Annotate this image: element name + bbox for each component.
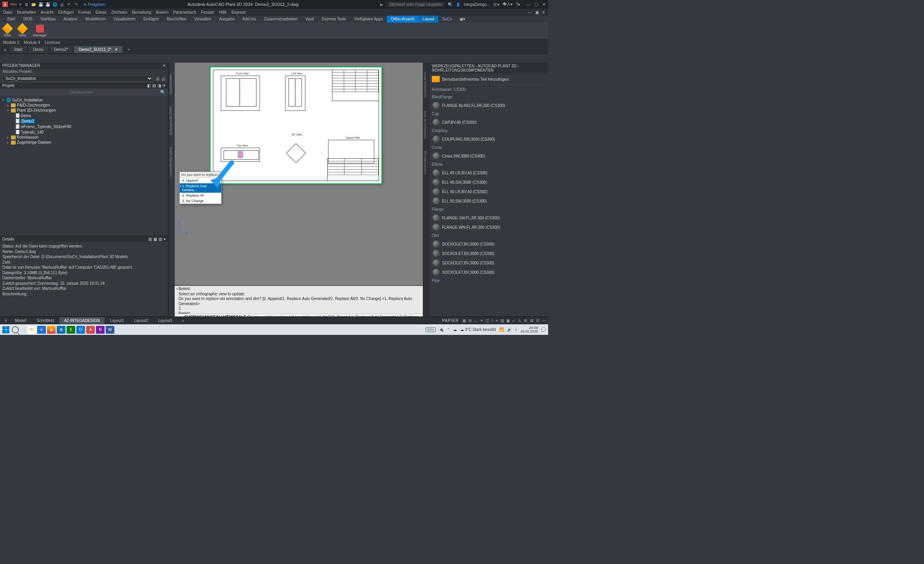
tray-bluetooth-icon[interactable]: ᚼ: [515, 327, 517, 332]
user-name[interactable]: IntegaDesign...: [464, 2, 490, 7]
tab-zusammen[interactable]: Zusammenarbeiten: [260, 16, 301, 23]
qat-plot-icon[interactable]: 🖨: [59, 2, 65, 7]
vtab-orthodwg[interactable]: Orthogonale DWG: [169, 106, 174, 135]
command-history[interactable]: Befehl: Select an orthographic view to u…: [175, 286, 423, 314]
details-view2-icon[interactable]: ▦: [153, 237, 157, 241]
status-grid-icon[interactable]: ▦: [462, 318, 466, 323]
tray-volume-icon[interactable]: 🔊: [507, 327, 512, 332]
battery-indicator[interactable]: 93%: [426, 327, 436, 332]
layout-schriftfeld[interactable]: Schriftfeld: [32, 317, 58, 324]
tab-ausgabe[interactable]: Ausgabe: [215, 16, 238, 23]
status-snap-icon[interactable]: ⊞: [468, 318, 471, 323]
view-top[interactable]: Top View: [221, 144, 264, 162]
qat-saveas-icon[interactable]: 💾: [45, 2, 51, 7]
title-chevron-icon[interactable]: ▶: [380, 2, 383, 7]
help-search[interactable]: Stichwort oder Frage eingeben: [386, 2, 445, 7]
palette-item[interactable]: FLANGE BLIND,FL,RF,300 (CS300): [431, 101, 547, 110]
menu-zeichnen[interactable]: Zeichnen: [111, 10, 127, 14]
tab-ortho[interactable]: Ortho-Ansicht: [387, 16, 419, 23]
menu-hilfe[interactable]: Hilfe: [219, 10, 227, 14]
maximize-button[interactable]: ▢: [534, 2, 538, 7]
popup-option-replace-all[interactable]: 2. Replace All: [180, 193, 221, 198]
autodesk-icon[interactable]: �人▾: [503, 2, 513, 7]
qat-web-icon[interactable]: 🌐: [52, 2, 58, 7]
ribbon-manager[interactable]: Manager: [33, 24, 47, 37]
vtab-quelldateien[interactable]: Quelldateien: [169, 74, 174, 94]
ribbon-sikla-1[interactable]: Sikla: [3, 24, 12, 37]
layout-3[interactable]: Layout3: [153, 317, 177, 324]
menu-datei[interactable]: Datei: [3, 10, 12, 14]
pm-tool3-icon[interactable]: ◨: [157, 83, 161, 88]
pin-edge[interactable]: e: [37, 326, 46, 334]
palette-item[interactable]: FLANGE WN,FL,RF,300 (CS300): [431, 222, 547, 232]
status-3dosnap-icon[interactable]: ◊: [491, 318, 493, 323]
details-view1-icon[interactable]: ▤: [148, 237, 152, 241]
user-icon[interactable]: 👤: [456, 2, 460, 7]
tree-plant3d[interactable]: Plant 3D-Zeichnungen: [17, 108, 56, 112]
pin-app1[interactable]: ⊞: [57, 326, 65, 334]
tab-layout[interactable]: Layout: [419, 16, 438, 23]
pin-word[interactable]: W: [106, 326, 114, 334]
help-icon[interactable]: ?▾: [516, 2, 520, 7]
status-osnap-icon[interactable]: ◫: [485, 318, 489, 323]
qat-open-icon[interactable]: 📂: [31, 2, 36, 7]
pm-project-select[interactable]: SuCri_Installation: [2, 75, 153, 82]
tree-demo[interactable]: Demo: [21, 114, 31, 118]
tree-rohrklassen[interactable]: Rohrklassen: [17, 135, 39, 139]
menu-extras[interactable]: Extras: [96, 10, 106, 14]
palette-item[interactable]: CAP,BV,40 (CS300): [431, 118, 547, 127]
doctab-demo[interactable]: Demo: [28, 46, 49, 53]
details-chevron-icon[interactable]: ▾: [164, 237, 166, 241]
menu-aendern[interactable]: Ändern: [156, 10, 168, 14]
pm-search-input[interactable]: [2, 90, 160, 95]
palette-item[interactable]: ELL 45 LR,BV,40 (CS300): [431, 168, 547, 177]
tab-isos[interactable]: ISOS: [19, 16, 36, 23]
cart-icon[interactable]: 🛒▾: [493, 2, 500, 7]
pm-close-icon[interactable]: ✕: [162, 63, 166, 68]
qat-save-icon[interactable]: 💾: [38, 2, 43, 7]
tree-zugehoerig[interactable]: Zugehörige Dateien: [17, 140, 51, 145]
module-licences[interactable]: Licences: [45, 40, 60, 45]
tab-analyse[interactable]: Analyse: [60, 16, 82, 23]
vtab-isodwg[interactable]: Isometrische DWG: [169, 147, 174, 177]
doc-close-icon[interactable]: ✕: [542, 10, 545, 14]
status-monitor-icon[interactable]: 🖥: [530, 318, 534, 323]
cmd-close-icon[interactable]: ✕: [175, 287, 179, 291]
pm-tool2-icon[interactable]: ▤: [152, 83, 156, 88]
qat-redo-icon[interactable]: ↷: [73, 2, 79, 7]
qat-undo-icon[interactable]: ↶: [66, 2, 72, 7]
menu-parametrisch[interactable]: Parametrisch: [173, 10, 196, 14]
status-lwt-icon[interactable]: ≡: [496, 318, 498, 323]
pm-tree[interactable]: ▾🌐SuCri_Installation ▸P&ID-Zeichnungen ▾…: [0, 96, 168, 236]
pm-print2-icon[interactable]: 🖨: [161, 76, 166, 81]
palette-item[interactable]: SOCKOLET,BV,3000 (CS300): [431, 239, 547, 249]
tab-addins[interactable]: Add-Ins: [238, 16, 260, 23]
layout-2[interactable]: Layout2: [130, 317, 153, 324]
tray-power-icon[interactable]: 🔌: [439, 327, 444, 332]
weather-widget[interactable]: ☁ 3°C Stark bewölkt: [460, 327, 496, 332]
close-button[interactable]: ✕: [542, 2, 546, 7]
details-view3-icon[interactable]: ▥: [159, 237, 162, 241]
status-transparency-icon[interactable]: ▨: [500, 318, 504, 323]
status-qp-icon[interactable]: ▣: [506, 318, 510, 323]
tab-express[interactable]: Express Tools: [318, 16, 350, 23]
tab-apps[interactable]: Verfügbare Apps: [350, 16, 387, 23]
pin-onenote[interactable]: N: [96, 326, 105, 334]
start-button[interactable]: [2, 326, 9, 333]
tray-notifications-icon[interactable]: 💬: [541, 327, 546, 332]
share-button[interactable]: ✈ Freigeben: [83, 2, 105, 7]
pin-autocad[interactable]: A: [86, 326, 95, 334]
palette-add-part[interactable]: Benutzerdefiniertes Teil hinzufügen: [430, 74, 548, 85]
pm-print-icon[interactable]: 🖨: [155, 76, 160, 81]
palette-item[interactable]: ELL 90,SW,3000 (CS300): [431, 196, 547, 206]
vtab-instrument[interactable]: Instrumentierung...: [423, 148, 430, 175]
palette-item[interactable]: SOCKOLET,BV,3000 (CS300): [431, 249, 547, 258]
doctab-start[interactable]: Start: [9, 46, 27, 53]
task-view-icon[interactable]: ❏: [21, 327, 25, 332]
status-customize-icon[interactable]: —: [542, 318, 546, 323]
status-units-icon[interactable]: ☰: [536, 318, 540, 323]
pm-tool1-icon[interactable]: ◧: [147, 83, 151, 88]
status-annoscale-icon[interactable]: 人: [518, 318, 522, 324]
menu-ansicht[interactable]: Ansicht: [41, 10, 54, 14]
tray-network-icon[interactable]: 📶: [499, 327, 504, 332]
